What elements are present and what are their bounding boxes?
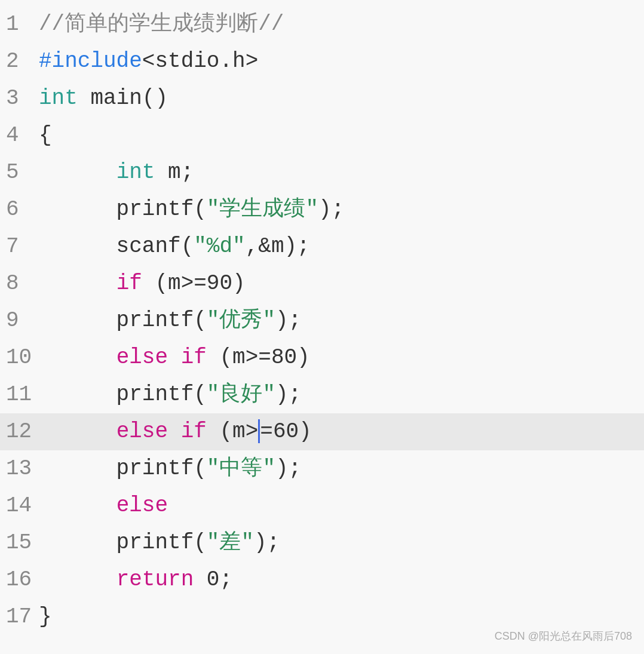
code-line-7: 7 scanf("%d",&m); — [0, 228, 644, 265]
line-number-13: 13 — [6, 450, 39, 487]
line-content-4: { — [39, 117, 638, 154]
line-content-6: printf("学生成绩"); — [39, 191, 638, 228]
line-number-1: 1 — [6, 6, 39, 43]
code-line-12: 12 else if (m>=60) — [0, 413, 644, 450]
line-content-15: printf("差"); — [39, 524, 638, 561]
code-line-13: 13 printf("中等"); — [0, 450, 644, 487]
line-number-6: 6 — [6, 191, 39, 228]
code-line-5: 5 int m; — [0, 154, 644, 191]
code-line-6: 6 printf("学生成绩"); — [0, 191, 644, 228]
line-content-9: printf("优秀"); — [39, 302, 638, 339]
code-editor: 1 //简单的学生成绩判断// 2 #include<stdio.h> 3 in… — [0, 0, 644, 654]
code-line-14: 14 else — [0, 487, 644, 524]
line-content-1: //简单的学生成绩判断// — [39, 6, 638, 43]
line-number-12: 12 — [6, 413, 39, 450]
code-line-15: 15 printf("差"); — [0, 524, 644, 561]
line-content-14: else — [39, 487, 638, 524]
line-number-14: 14 — [6, 487, 39, 524]
line-content-10: else if (m>=80) — [39, 339, 638, 376]
watermark: CSDN @阳光总在风雨后708 — [495, 629, 632, 643]
line-content-5: int m; — [39, 154, 638, 191]
line-number-4: 4 — [6, 117, 39, 154]
line-content-11: printf("良好"); — [39, 376, 638, 413]
line-number-3: 3 — [6, 80, 39, 117]
code-line-16: 16 return 0; — [0, 561, 644, 598]
code-line-9: 9 printf("优秀"); — [0, 302, 644, 339]
code-line-2: 2 #include<stdio.h> — [0, 43, 644, 80]
line-number-9: 9 — [6, 302, 39, 339]
line-number-10: 10 — [6, 339, 39, 376]
line-number-7: 7 — [6, 228, 39, 265]
line-number-5: 5 — [6, 154, 39, 191]
line-content-8: if (m>=90) — [39, 265, 638, 302]
line-content-16: return 0; — [39, 561, 638, 598]
line-content-13: printf("中等"); — [39, 450, 638, 487]
line-content-12: else if (m>=60) — [39, 413, 638, 450]
line-content-7: scanf("%d",&m); — [39, 228, 638, 265]
line-content-2: #include<stdio.h> — [39, 43, 638, 80]
line-number-17: 17 — [6, 598, 39, 635]
code-line-4: 4 { — [0, 117, 644, 154]
line-number-16: 16 — [6, 561, 39, 598]
code-line-11: 11 printf("良好"); — [0, 376, 644, 413]
code-line-8: 8 if (m>=90) — [0, 265, 644, 302]
line-content-3: int main() — [39, 80, 638, 117]
code-line-1: 1 //简单的学生成绩判断// — [0, 6, 644, 43]
line-number-15: 15 — [6, 524, 39, 561]
line-number-11: 11 — [6, 376, 39, 413]
line-number-2: 2 — [6, 43, 39, 80]
code-line-10: 10 else if (m>=80) — [0, 339, 644, 376]
line-number-8: 8 — [6, 265, 39, 302]
code-line-3: 3 int main() — [0, 80, 644, 117]
